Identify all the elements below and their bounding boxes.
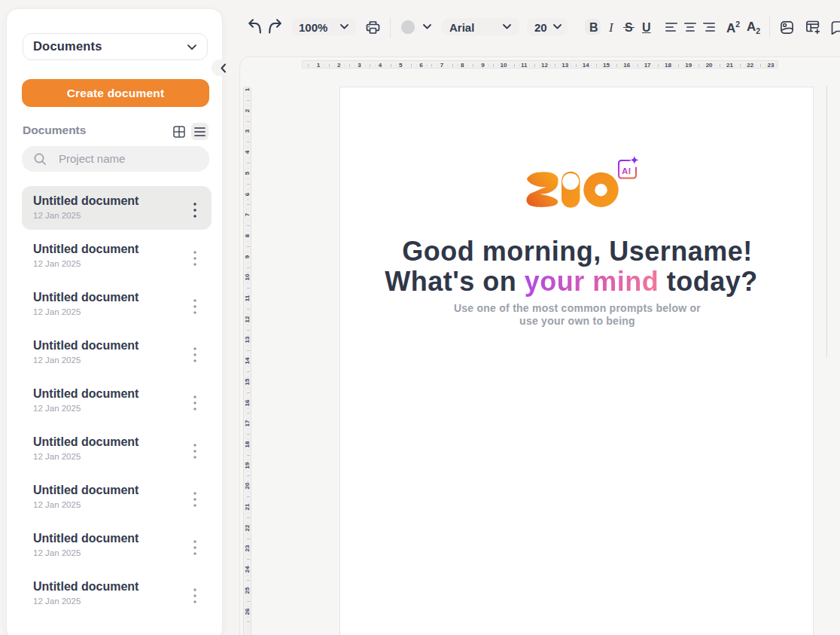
svg-text:AI: AI <box>622 166 632 176</box>
